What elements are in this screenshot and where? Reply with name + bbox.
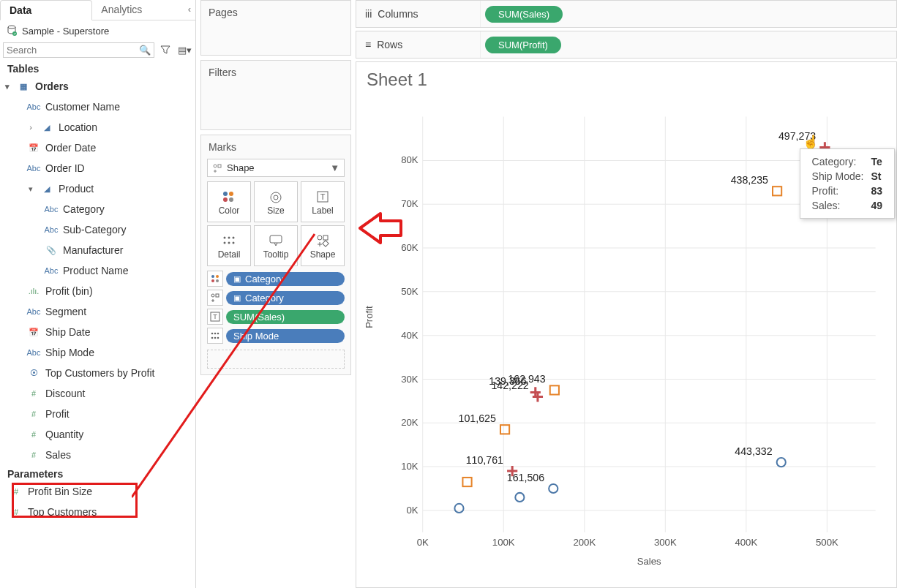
filter-icon[interactable]: [157, 42, 173, 58]
marks-tooltip-button[interactable]: Tooltip: [254, 225, 298, 266]
svg-point-23: [216, 275, 219, 278]
field-order-date[interactable]: 📅Order Date: [1, 137, 195, 158]
svg-text:T: T: [213, 313, 217, 320]
field-sub-category[interactable]: AbcSub-Category: [1, 219, 195, 240]
param-profit-bin-size[interactable]: #Profit Bin Size: [1, 481, 195, 502]
table-orders[interactable]: ▾▦Orders: [1, 76, 195, 97]
tab-analytics[interactable]: Analytics: [92, 0, 183, 20]
mark-pill-detail-shipmode[interactable]: Ship Mode: [207, 328, 345, 344]
search-field-wrap: 🔍: [3, 42, 154, 58]
field-manufacturer[interactable]: 📎Manufacturer: [1, 240, 195, 260]
svg-text:60K: 60K: [401, 242, 419, 253]
shape-grid-icon: [316, 232, 329, 249]
table-label: Orders: [35, 80, 69, 92]
columns-shelf[interactable]: iiiColumns SUM(Sales): [356, 0, 897, 28]
filters-card[interactable]: Filters: [200, 60, 351, 130]
columns-pill-sumsales[interactable]: SUM(Sales): [485, 6, 563, 23]
svg-text:300K: 300K: [654, 537, 677, 548]
field-location[interactable]: ›◢Location: [1, 117, 195, 137]
mark-pill-shape-category[interactable]: ▣Category: [207, 290, 345, 306]
search-icon[interactable]: 🔍: [139, 45, 151, 56]
svg-text:40K: 40K: [401, 330, 419, 341]
svg-point-7: [229, 197, 233, 202]
marks-size-button[interactable]: Size: [254, 181, 298, 222]
svg-text:443,332: 443,332: [735, 445, 772, 457]
marks-color-button[interactable]: Color: [207, 181, 251, 222]
svg-text:0K: 0K: [417, 537, 429, 548]
marks-shape-button[interactable]: Shape: [301, 225, 345, 266]
svg-rect-21: [323, 241, 329, 246]
svg-text:10K: 10K: [401, 461, 419, 472]
field-segment[interactable]: AbcSegment: [1, 301, 195, 322]
field-discount[interactable]: #Discount: [1, 383, 195, 404]
svg-text:438,235: 438,235: [731, 174, 768, 186]
svg-text:0K: 0K: [407, 505, 419, 516]
field-profit[interactable]: #Profit: [1, 404, 195, 424]
svg-text:142,222: 142,222: [491, 380, 528, 391]
svg-text:Sales: Sales: [637, 556, 661, 567]
sheet-title[interactable]: Sheet 1: [356, 62, 896, 97]
datasource-row[interactable]: Sample - Superstore: [0, 20, 195, 41]
param-top-customers[interactable]: #Top Customers: [1, 502, 195, 522]
search-input[interactable]: [7, 45, 139, 56]
svg-text:500K: 500K: [816, 537, 838, 548]
svg-point-70: [777, 458, 786, 467]
data-pane: Data Analytics ‹ Sample - Superstore 🔍 ▤…: [0, 0, 196, 588]
svg-point-4: [223, 192, 228, 196]
field-ship-mode[interactable]: AbcShip Mode: [1, 342, 195, 363]
svg-rect-76: [500, 425, 509, 434]
cards-pane: Pages Filters Marks Shape ▼ Color Size T…: [196, 0, 356, 588]
svg-text:200K: 200K: [573, 537, 596, 548]
datapoint-tooltip: Category:Te Ship Mode:St Profit:83 Sales…: [800, 148, 895, 219]
field-sales[interactable]: #Sales: [1, 445, 195, 465]
svg-point-15: [224, 242, 226, 244]
svg-point-0: [8, 26, 15, 29]
svg-rect-68: [773, 186, 781, 195]
parameters-list: #Profit Bin Size #Top Customers: [0, 481, 195, 522]
marks-label-button[interactable]: TLabel: [301, 181, 345, 222]
rows-pill-sumprofit[interactable]: SUM(Profit): [485, 37, 561, 53]
datasource-name: Sample - Superstore: [22, 26, 109, 37]
marks-title: Marks: [201, 135, 350, 154]
cursor-icon: ☝: [803, 134, 819, 150]
mark-pill-label-sumsales[interactable]: TSUM(Sales): [207, 309, 345, 325]
svg-rect-82: [462, 478, 471, 486]
svg-point-33: [211, 337, 214, 339]
mark-pill-color-category[interactable]: ▣Category: [207, 271, 345, 287]
svg-point-19: [318, 235, 322, 240]
field-quantity[interactable]: #Quantity: [1, 424, 195, 445]
filters-title: Filters: [201, 61, 350, 80]
mark-type-selector[interactable]: Shape ▼: [207, 159, 345, 177]
label-pre-icon: T: [207, 309, 223, 325]
parameters-header: Parameters: [0, 465, 195, 481]
field-profit-bin[interactable]: .ılı.Profit (bin): [1, 281, 195, 301]
svg-point-2: [214, 165, 217, 167]
field-product-name[interactable]: AbcProduct Name: [1, 260, 195, 281]
field-category[interactable]: AbcCategory: [1, 199, 195, 219]
field-customer-name[interactable]: AbcCustomer Name: [1, 97, 195, 117]
svg-point-81: [515, 493, 524, 502]
svg-point-13: [228, 237, 230, 239]
tooltip-icon: [269, 232, 283, 249]
datasource-icon: [6, 25, 18, 37]
field-ship-date[interactable]: 📅Ship Date: [1, 322, 195, 342]
svg-text:50K: 50K: [401, 286, 419, 297]
view-mode-icon[interactable]: ▤▾: [176, 42, 192, 58]
y-axis-title: Profit: [364, 306, 375, 328]
columns-icon: iii: [365, 8, 372, 20]
marks-drop-target[interactable]: [207, 350, 345, 369]
field-order-id[interactable]: AbcOrder ID: [1, 158, 195, 178]
rows-shelf[interactable]: ≡Rows SUM(Profit): [356, 31, 897, 59]
svg-point-22: [211, 275, 214, 278]
size-icon: [268, 188, 284, 206]
pages-card[interactable]: Pages: [200, 0, 351, 56]
field-product[interactable]: ▾◢Product: [1, 178, 195, 199]
svg-point-83: [454, 504, 463, 513]
marks-detail-button[interactable]: Detail: [207, 225, 251, 266]
tab-data[interactable]: Data: [0, 0, 92, 20]
collapse-pane-icon[interactable]: ‹: [184, 0, 195, 20]
field-top-customers-set[interactable]: ⦿Top Customers by Profit: [1, 363, 195, 383]
svg-rect-20: [323, 235, 328, 240]
svg-point-17: [233, 242, 235, 244]
worksheet-pane: iiiColumns SUM(Sales) ≡Rows SUM(Profit) …: [356, 0, 897, 588]
